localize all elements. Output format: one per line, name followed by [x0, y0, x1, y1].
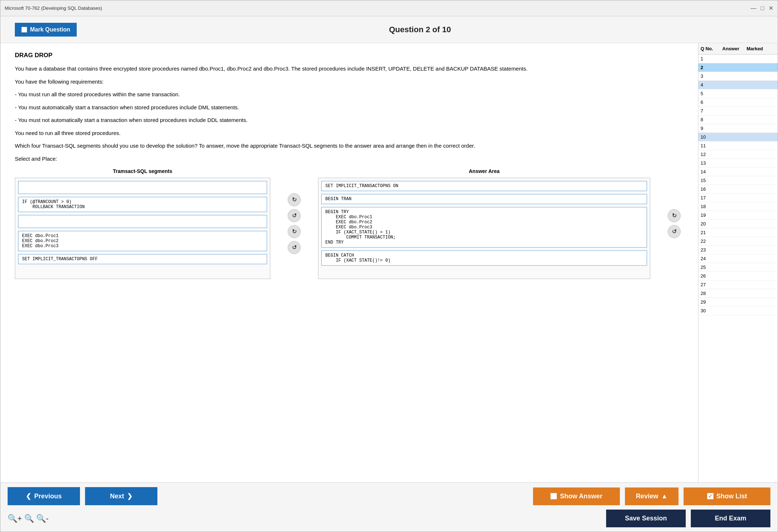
sidebar-row-marked [747, 230, 775, 235]
answer-item-4[interactable]: BEGIN CATCH IF (XACT STATE()!= 0) [321, 250, 647, 266]
sidebar-row[interactable]: 28 [698, 289, 778, 298]
sidebar-row-answer [722, 282, 747, 287]
zoom-in-button[interactable]: 🔍+ [8, 514, 22, 523]
sidebar-row[interactable]: 17 [698, 194, 778, 202]
sidebar-row-num: 25 [701, 265, 722, 270]
save-session-button[interactable]: Save Session [606, 510, 686, 527]
segment-item-2[interactable]: EXEC dbo.Proc1 EXEC dbo.Proc2 EXEC dbo.P… [18, 231, 267, 251]
mark-question-button[interactable]: Mark Question [15, 23, 77, 37]
title-bar-controls: — □ ✕ [750, 5, 773, 12]
sidebar-row-marked [747, 204, 775, 209]
sidebar-row-answer [722, 160, 747, 166]
sidebar-row[interactable]: 5 [698, 89, 778, 98]
review-button[interactable]: Review ▲ [625, 487, 678, 505]
close-button[interactable]: ✕ [769, 5, 773, 12]
sidebar-row[interactable]: 13 [698, 159, 778, 168]
sidebar-row-answer [722, 100, 747, 105]
segment-empty-2[interactable] [18, 215, 267, 228]
move-up2-button[interactable]: ↻ [668, 209, 681, 222]
sidebar-row[interactable]: 21 [698, 228, 778, 237]
sidebar-row-answer [722, 117, 747, 122]
zoom-reset-button[interactable]: 🔍 [24, 514, 34, 523]
question-body-1: You have a database that contains three … [15, 64, 684, 73]
previous-button[interactable]: ❮ Previous [8, 487, 80, 505]
sidebar-row-num: 8 [701, 117, 722, 122]
sidebar-row[interactable]: 3 [698, 72, 778, 81]
sidebar-row[interactable]: 11 [698, 142, 778, 150]
sidebar-row-num: 3 [701, 73, 722, 79]
sidebar-row[interactable]: 14 [698, 168, 778, 176]
sidebar-row-num: 2 [701, 65, 722, 70]
sidebar-row[interactable]: 30 [698, 307, 778, 315]
segments-title: Tramsact-SQL segments [15, 168, 270, 174]
sidebar-row[interactable]: 24 [698, 254, 778, 263]
sidebar-row-num: 11 [701, 143, 722, 148]
sidebar-row[interactable]: 25 [698, 263, 778, 272]
show-list-button[interactable]: ✓ Show List [684, 487, 770, 505]
sidebar-row[interactable]: 27 [698, 280, 778, 289]
sidebar-row-num: 5 [701, 91, 722, 96]
zoom-out-button[interactable]: 🔍- [36, 514, 48, 523]
sidebar-row[interactable]: 2 [698, 63, 778, 72]
sidebar-row-num: 12 [701, 152, 722, 157]
move-up-button[interactable]: ↺ [288, 241, 301, 254]
sidebar-row[interactable]: 15 [698, 176, 778, 185]
answer-item-1[interactable]: SET IMPLICIT_TRANSACTOPNS ON [321, 181, 647, 191]
sidebar-row-answer [722, 65, 747, 70]
sidebar-row-answer [722, 186, 747, 192]
sidebar-row[interactable]: 22 [698, 237, 778, 246]
sidebar-row[interactable]: 7 [698, 107, 778, 115]
move-right-button[interactable]: ↻ [288, 193, 301, 206]
arrow-controls-2: ↻ ↺ [665, 168, 684, 279]
sidebar-row-answer [722, 169, 747, 174]
sidebar-row[interactable]: 10 [698, 133, 778, 142]
sidebar-row-marked [747, 91, 775, 96]
sidebar-row-num: 28 [701, 291, 722, 296]
move-left-button[interactable]: ↺ [288, 209, 301, 222]
sidebar-row[interactable]: 18 [698, 202, 778, 211]
sidebar-row[interactable]: 12 [698, 150, 778, 159]
sidebar-row-num: 15 [701, 178, 722, 183]
sidebar-row-num: 18 [701, 204, 722, 209]
sidebar-row[interactable]: 29 [698, 298, 778, 307]
sidebar-row[interactable]: 20 [698, 220, 778, 228]
move-down-button[interactable]: ↻ [288, 225, 301, 238]
show-answer-button[interactable]: Show Answer [533, 487, 620, 505]
sidebar-row-answer [722, 91, 747, 96]
sidebar-row-marked [747, 178, 775, 183]
sidebar-row[interactable]: 26 [698, 272, 778, 280]
sidebar-row-answer [722, 212, 747, 218]
maximize-button[interactable]: □ [761, 5, 764, 12]
answer-item-2[interactable]: BEGIN TRAN [321, 194, 647, 204]
sidebar-row[interactable]: 19 [698, 211, 778, 220]
sidebar-row[interactable]: 9 [698, 124, 778, 133]
move-down2-button[interactable]: ↺ [668, 225, 681, 238]
sidebar-row[interactable]: 23 [698, 246, 778, 254]
segment-empty-1[interactable] [18, 181, 267, 194]
sidebar-row-marked [747, 221, 775, 227]
previous-label: Previous [34, 493, 62, 500]
sidebar-row[interactable]: 8 [698, 115, 778, 124]
minimize-button[interactable]: — [750, 5, 756, 12]
sidebar-row[interactable]: 1 [698, 55, 778, 63]
sidebar-row[interactable]: 4 [698, 81, 778, 89]
answer-item-3[interactable]: BEGIN TRY EXEC dbo.Proc1 EXEC dbo.Proc2 … [321, 207, 647, 248]
sidebar-row-marked [747, 195, 775, 200]
select-place-label: Select and Place: [15, 156, 684, 162]
sidebar-row-answer [722, 195, 747, 200]
sidebar-row-marked [747, 256, 775, 261]
sidebar-row-num: 4 [701, 82, 722, 88]
sidebar-row-num: 14 [701, 169, 722, 174]
end-exam-button[interactable]: End Exam [691, 510, 770, 527]
segment-item-1[interactable]: IF (@TRANCOUNT > 0) ROLLBACK TRANSACTION [18, 197, 267, 212]
segment-item-3[interactable]: SET IMPLICIT_TRANSACTOPNS OFF [18, 254, 267, 264]
sidebar-row-marked [747, 82, 775, 88]
sidebar-row-num: 30 [701, 308, 722, 313]
next-button[interactable]: Next ❯ [85, 487, 157, 505]
sidebar-row-marked [747, 186, 775, 192]
sidebar-row-answer [722, 238, 747, 244]
sidebar-row-answer [722, 143, 747, 148]
sidebar-row[interactable]: 6 [698, 98, 778, 107]
title-bar: Microsoft 70-762 (Developing SQL Databas… [0, 0, 778, 16]
sidebar-row[interactable]: 16 [698, 185, 778, 194]
